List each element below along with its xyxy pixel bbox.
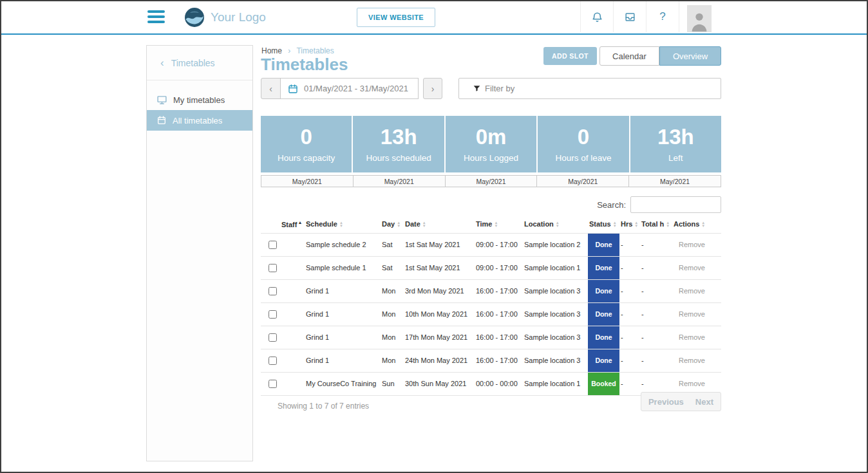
- row-select-checkbox[interactable]: [269, 357, 277, 365]
- add-slot-button[interactable]: ADD SLOT: [543, 47, 597, 65]
- cell-time: 09:00 - 17:00: [475, 233, 523, 256]
- remove-link[interactable]: Remove: [674, 241, 705, 248]
- next-period-button[interactable]: ›: [423, 78, 442, 99]
- hamburger-menu-icon[interactable]: [147, 10, 165, 23]
- breadcrumb-current: Timetables: [296, 46, 334, 55]
- filter-field: [458, 78, 721, 99]
- cell-date: 30th Sun May 2021: [404, 372, 475, 395]
- sidebar-title: Timetables: [171, 58, 215, 68]
- column-header-staff[interactable]: Staff▲: [280, 217, 305, 233]
- sidebar-item-label: All timetables: [173, 116, 222, 125]
- breadcrumb-home[interactable]: Home: [261, 46, 282, 55]
- search-input[interactable]: [630, 196, 721, 213]
- row-select-checkbox[interactable]: [269, 287, 277, 295]
- status-badge: Done: [588, 326, 619, 349]
- cell-staff: [280, 372, 305, 395]
- calendar-view-button[interactable]: Calendar: [599, 46, 659, 66]
- column-header-day[interactable]: Day▲▼: [381, 217, 404, 233]
- cell-schedule: Sample schedule 2: [305, 233, 381, 256]
- next-page-button[interactable]: Next: [690, 397, 719, 407]
- cell-total-hours: -: [640, 233, 672, 256]
- column-header-schedule[interactable]: Schedule▲▼: [305, 217, 381, 233]
- cell-hrs: -: [619, 279, 640, 302]
- notifications-button[interactable]: [580, 1, 613, 32]
- sort-icon: ▲▼: [613, 221, 617, 228]
- cell-staff: [280, 349, 305, 372]
- view-website-button[interactable]: VIEW WEBSITE: [357, 8, 435, 27]
- cell-staff: [280, 279, 305, 302]
- sidebar-item-all-timetables[interactable]: All timetables: [147, 110, 252, 131]
- cell-actions: Remove: [672, 279, 721, 302]
- stat-hours-of-leave: 0Hours of leave: [536, 116, 628, 172]
- remove-link[interactable]: Remove: [674, 310, 705, 318]
- remove-link[interactable]: Remove: [674, 333, 705, 341]
- cell-time: 16:00 - 17:00: [475, 349, 523, 372]
- stat-period: May/2021: [536, 175, 629, 187]
- header-icons: ?: [580, 1, 719, 32]
- row-select-checkbox[interactable]: [269, 241, 277, 249]
- column-header-hrs[interactable]: Hrs▲▼: [619, 217, 640, 233]
- cell-location: Sample location 3: [523, 326, 588, 349]
- cell-total-hours: -: [640, 326, 672, 349]
- previous-page-button[interactable]: Previous: [643, 397, 690, 407]
- inbox-button[interactable]: [613, 1, 646, 32]
- row-select-checkbox[interactable]: [269, 333, 277, 342]
- cell-time: 16:00 - 17:00: [475, 302, 523, 326]
- breadcrumb-chevron-icon: ›: [288, 46, 290, 55]
- cell-day: Mon: [381, 349, 404, 372]
- cell-select: [261, 326, 280, 349]
- column-header-actions[interactable]: Actions▲▼: [672, 217, 721, 233]
- cell-status: Done: [588, 256, 619, 279]
- sidebar-back-header[interactable]: ‹ Timetables: [147, 46, 252, 80]
- sidebar: ‹ Timetables My timetables All timetable…: [146, 45, 253, 461]
- row-select-checkbox[interactable]: [269, 264, 277, 272]
- remove-link[interactable]: Remove: [674, 287, 705, 295]
- user-avatar[interactable]: [679, 1, 719, 32]
- overview-view-button[interactable]: Overview: [659, 46, 721, 66]
- cell-select: [261, 233, 280, 256]
- date-range-picker[interactable]: 01/May/2021 - 31/May/2021: [280, 78, 419, 99]
- status-badge: Done: [588, 257, 619, 279]
- page-title: Timetables: [261, 55, 348, 75]
- remove-link[interactable]: Remove: [674, 380, 705, 387]
- column-header-status[interactable]: Status▲▼: [588, 217, 619, 233]
- remove-link[interactable]: Remove: [674, 357, 705, 364]
- row-select-checkbox[interactable]: [269, 310, 277, 319]
- filter-input[interactable]: [458, 78, 721, 99]
- row-select-checkbox[interactable]: [269, 380, 277, 388]
- cell-total-hours: -: [640, 302, 672, 326]
- help-button[interactable]: ?: [646, 1, 679, 32]
- previous-period-button[interactable]: ‹: [261, 78, 281, 99]
- column-header-select: [261, 217, 280, 233]
- cell-select: [261, 279, 280, 302]
- table-header-row: Staff▲ Schedule▲▼ Day▲▼ Date▲▼ Time▲▼: [261, 217, 721, 233]
- stat-period: May/2021: [353, 175, 446, 187]
- cell-location: Sample location 3: [523, 349, 588, 372]
- table-row: Grind 1 Mon 24th Mon May 2021 16:00 - 17…: [261, 349, 721, 372]
- sort-icon: ▲▼: [494, 221, 498, 228]
- remove-link[interactable]: Remove: [674, 264, 705, 272]
- cell-time: 16:00 - 17:00: [475, 326, 523, 349]
- column-header-location[interactable]: Location▲▼: [523, 217, 588, 233]
- column-header-time[interactable]: Time▲▼: [475, 217, 523, 233]
- sidebar-item-my-timetables[interactable]: My timetables: [147, 89, 252, 110]
- cell-day: Mon: [381, 326, 404, 349]
- column-header-date[interactable]: Date▲▼: [404, 217, 475, 233]
- column-header-total-h[interactable]: Total h▲▼: [640, 217, 672, 233]
- monitor-icon: [156, 95, 167, 106]
- cell-time: 16:00 - 17:00: [475, 279, 523, 302]
- cell-schedule: Sample schedule 1: [305, 256, 381, 279]
- cell-select: [261, 349, 280, 372]
- calendar-list-icon: [156, 115, 167, 125]
- app-window: Your Logo VIEW WEBSITE ?: [0, 0, 868, 473]
- cell-date: 3rd Mon May 2021: [404, 279, 475, 302]
- cell-schedule: Grind 1: [305, 349, 381, 372]
- calendar-icon: [288, 84, 298, 94]
- sort-icon: ▲▼: [556, 221, 560, 228]
- search-label: Search:: [597, 200, 626, 210]
- cell-staff: [280, 233, 305, 256]
- cell-date: 10th Mon May 2021: [404, 302, 475, 326]
- sidebar-item-label: My timetables: [173, 95, 225, 105]
- cell-staff: [280, 256, 305, 279]
- cell-actions: Remove: [672, 256, 721, 279]
